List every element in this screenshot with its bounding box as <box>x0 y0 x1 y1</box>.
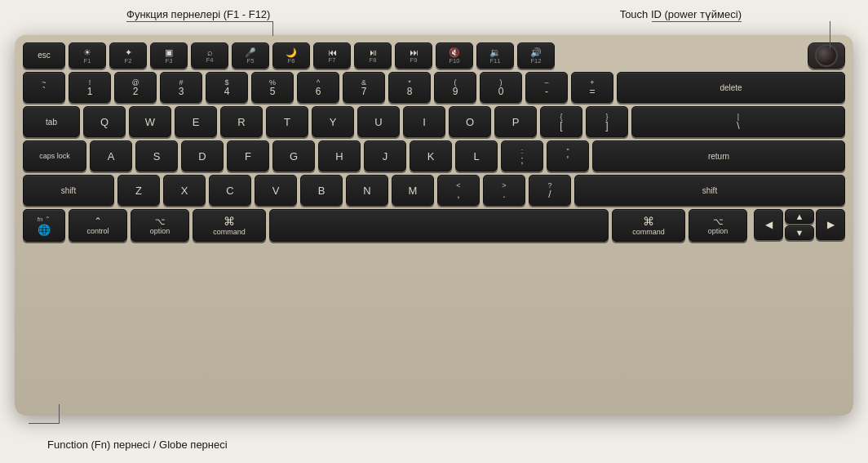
key-w[interactable]: W <box>129 106 171 137</box>
key-c[interactable]: C <box>209 175 251 206</box>
key-n[interactable]: N <box>346 175 388 206</box>
key-touch-id[interactable] <box>808 42 845 69</box>
arrow-top-row: ◀ ▲ ▼ ▶ <box>754 209 845 240</box>
key-o[interactable]: O <box>449 106 491 137</box>
key-9[interactable]: (9 <box>434 72 476 103</box>
key-close-bracket[interactable]: }] <box>586 106 628 137</box>
key-backtick[interactable]: ~ ` <box>23 72 65 103</box>
key-option-right[interactable]: ⌥ option <box>689 209 747 242</box>
key-shift-left[interactable]: shift <box>23 175 114 206</box>
key-minus[interactable]: –- <box>525 72 568 103</box>
key-f3[interactable]: ▣ F3 <box>150 42 188 69</box>
key-arrow-left[interactable]: ◀ <box>754 209 783 240</box>
key-control[interactable]: ⌃ control <box>69 209 127 242</box>
key-x[interactable]: X <box>163 175 206 206</box>
globe-icon: 🌐 <box>38 224 51 236</box>
fn-key-label: Function (Fn) пернесі / Globe пернесі <box>47 439 228 451</box>
key-h[interactable]: H <box>318 140 361 171</box>
key-semicolon[interactable]: :; <box>501 140 543 171</box>
key-f1[interactable]: ☀ F1 <box>69 42 106 69</box>
key-caps-lock[interactable]: caps lock <box>23 140 86 171</box>
key-a[interactable]: A <box>90 140 132 171</box>
control-arrow: ⌃ <box>45 216 51 223</box>
number-key-row: ~ ` !1 @2 #3 $4 %5 ^6 &7 <box>23 72 845 103</box>
key-e[interactable]: E <box>175 106 217 137</box>
key-3[interactable]: #3 <box>160 72 202 103</box>
key-m[interactable]: M <box>392 175 434 206</box>
key-4[interactable]: $4 <box>206 72 248 103</box>
key-option-left[interactable]: ⌥ option <box>131 209 189 242</box>
key-command-right[interactable]: ⌘ command <box>612 209 685 242</box>
key-f2[interactable]: ✦ F2 <box>109 42 147 69</box>
key-2[interactable]: @2 <box>114 72 157 103</box>
key-z[interactable]: Z <box>117 175 160 206</box>
key-period[interactable]: >. <box>483 175 525 206</box>
touch-id-circle <box>815 44 838 67</box>
key-y[interactable]: Y <box>312 106 354 137</box>
key-k[interactable]: K <box>410 140 452 171</box>
bottom-key-row: fn ⌃ 🌐 ⌃ control ⌥ option ⌘ command <box>23 209 845 242</box>
key-5[interactable]: %5 <box>251 72 294 103</box>
key-return[interactable]: return <box>592 140 845 171</box>
key-arrow-right[interactable]: ▶ <box>816 209 845 240</box>
key-esc[interactable]: esc <box>23 42 65 69</box>
key-arrow-down[interactable]: ▼ <box>785 225 814 240</box>
key-f12[interactable]: 🔊 F12 <box>517 42 555 69</box>
key-fn-globe[interactable]: fn ⌃ 🌐 <box>23 209 65 242</box>
key-equals[interactable]: += <box>571 72 613 103</box>
arrow-key-cluster: ◀ ▲ ▼ ▶ <box>754 209 845 242</box>
key-f11[interactable]: 🔉 F11 <box>476 42 514 69</box>
key-space[interactable] <box>269 209 609 242</box>
key-7[interactable]: &7 <box>343 72 385 103</box>
key-s[interactable]: S <box>135 140 178 171</box>
keyboard: esc ☀ F1 ✦ F2 ▣ F3 ⌕ F4 <box>15 34 853 416</box>
function-key-row: esc ☀ F1 ✦ F2 ▣ F3 ⌕ F4 <box>23 42 845 69</box>
key-f8[interactable]: ⏯ F8 <box>354 42 392 69</box>
key-u[interactable]: U <box>357 106 400 137</box>
key-1[interactable]: !1 <box>69 72 111 103</box>
function-keys-label: Функция пернелері (F1 - F12) <box>126 8 270 20</box>
zxcv-row: shift Z X C V B N M <, >. ?/ shift <box>23 175 845 206</box>
key-quote[interactable]: "' <box>547 140 589 171</box>
fn-symbol: fn <box>38 216 43 223</box>
key-i[interactable]: I <box>403 106 445 137</box>
qwerty-row: tab Q W E R T Y U I O P {[ }] |\ <box>23 106 845 137</box>
key-delete[interactable]: delete <box>617 72 845 103</box>
key-p[interactable]: P <box>494 106 537 137</box>
key-f6[interactable]: 🌙 F6 <box>272 42 310 69</box>
key-open-bracket[interactable]: {[ <box>540 106 582 137</box>
key-0[interactable]: )0 <box>480 72 522 103</box>
key-command-left[interactable]: ⌘ command <box>193 209 266 242</box>
key-tab[interactable]: tab <box>23 106 80 137</box>
key-d[interactable]: D <box>181 140 224 171</box>
key-f7[interactable]: ⏮ F7 <box>313 42 351 69</box>
key-f10[interactable]: 🔇 F10 <box>436 42 473 69</box>
key-r[interactable]: R <box>220 106 263 137</box>
key-arrow-up[interactable]: ▲ <box>785 209 814 224</box>
key-f4[interactable]: ⌕ F4 <box>191 42 228 69</box>
key-f5[interactable]: 🎤 F5 <box>232 42 269 69</box>
key-6[interactable]: ^6 <box>297 72 339 103</box>
key-b[interactable]: B <box>300 175 343 206</box>
key-t[interactable]: T <box>266 106 308 137</box>
key-f9[interactable]: ⏭ F9 <box>395 42 432 69</box>
key-backslash[interactable]: |\ <box>631 106 845 137</box>
asdf-row: caps lock A S D F G H J K L :; "' return <box>23 140 845 171</box>
touch-id-label: Touch ID (power түймесі) <box>620 8 742 20</box>
key-g[interactable]: G <box>272 140 315 171</box>
key-l[interactable]: L <box>455 140 498 171</box>
key-v[interactable]: V <box>255 175 297 206</box>
key-q[interactable]: Q <box>83 106 126 137</box>
key-j[interactable]: J <box>364 140 406 171</box>
fn-key-top-symbols: fn ⌃ <box>38 216 51 223</box>
key-comma[interactable]: <, <box>437 175 480 206</box>
fn-key-inner: fn ⌃ 🌐 <box>38 216 51 236</box>
key-f[interactable]: F <box>227 140 269 171</box>
key-shift-right[interactable]: shift <box>574 175 845 206</box>
key-8[interactable]: *8 <box>388 72 431 103</box>
key-slash[interactable]: ?/ <box>529 175 571 206</box>
